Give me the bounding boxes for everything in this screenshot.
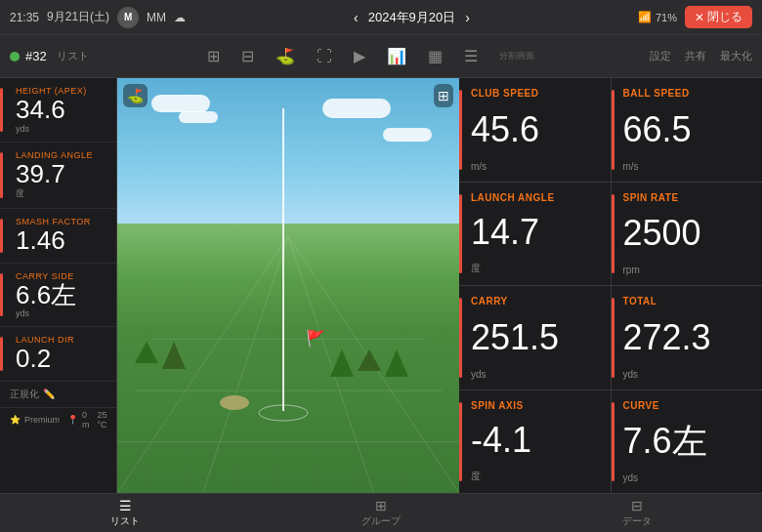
stat-card-2: LAUNCH ANGLE 14.7 度 xyxy=(459,183,611,286)
metric-value-1: 39.7 xyxy=(16,160,106,188)
time-display: 21:35 xyxy=(10,11,39,24)
bottom-tab-0[interactable]: ☰ リスト xyxy=(91,494,159,532)
next-date-icon[interactable]: › xyxy=(465,10,470,25)
stat-unit-2: 度 xyxy=(471,262,599,275)
stat-label-6: SPIN AXIS xyxy=(471,400,599,411)
main-content: HEIGHT (APEX) 34.6 yds LANDING ANGLE 39.… xyxy=(0,78,762,493)
stat-label-4: CARRY xyxy=(471,296,599,307)
temp-value: 25 °C xyxy=(98,410,107,430)
stat-unit-7: yds xyxy=(623,472,751,483)
tab-bar[interactable]: ▦ xyxy=(424,43,446,69)
normalization-row: 正規化 ✏️ xyxy=(0,382,116,408)
distance-value: 0 m xyxy=(82,410,90,430)
stat-card-6: SPIN AXIS -4.1 度 xyxy=(459,390,611,494)
course-view: 🚩 ⛳ ⊞ xyxy=(117,78,459,493)
tab-split-view[interactable]: ⊞ xyxy=(203,43,224,69)
metric-card-2: SMASH FACTOR 1.46 xyxy=(0,209,116,264)
stat-value-5: 272.3 xyxy=(623,320,751,355)
stat-unit-5: yds xyxy=(623,369,751,380)
maximize-link[interactable]: 最大化 xyxy=(720,49,752,63)
status-icons: 📶 71% xyxy=(638,11,677,23)
wifi-icon: 📶 xyxy=(638,11,652,23)
stat-label-0: CLUB SPEED xyxy=(471,88,599,99)
premium-label: Premium xyxy=(24,415,60,425)
battery-label: 71% xyxy=(656,12,677,23)
bottom-tab-icon-2: ⊟ xyxy=(631,498,643,513)
second-bar-right: 設定 共有 最大化 xyxy=(650,49,752,63)
stat-label-3: SPIN RATE xyxy=(623,192,751,203)
stat-card-7: CURVE 7.6左 yds xyxy=(612,390,763,494)
stat-label-7: CURVE xyxy=(623,400,751,411)
tab-play[interactable]: ▶ xyxy=(350,43,369,69)
tab-grid[interactable]: ⊟ xyxy=(237,43,258,69)
stat-card-5: TOTAL 272.3 yds xyxy=(612,286,763,389)
ball-trajectory xyxy=(117,99,459,472)
bottom-tab-icon-1: ⊞ xyxy=(375,498,387,513)
metric-unit-0: yds xyxy=(16,124,106,134)
shot-info: #32 リスト xyxy=(10,49,89,63)
left-panel: HEIGHT (APEX) 34.6 yds LANDING ANGLE 39.… xyxy=(0,78,117,493)
stat-card-0: CLUB SPEED 45.6 m/s xyxy=(459,78,611,182)
stat-value-0: 45.6 xyxy=(471,112,599,147)
top-bar-right: 📶 71% ✕ 閉じる xyxy=(638,6,752,28)
list-label[interactable]: リスト xyxy=(57,49,89,63)
tab-share[interactable]: ⛳ xyxy=(272,43,299,69)
bottom-tab-label-0: リスト xyxy=(110,514,140,528)
edit-icon[interactable]: ✏️ xyxy=(43,389,55,399)
close-x-icon: ✕ xyxy=(695,11,704,24)
tab-flag[interactable]: ⛶ xyxy=(313,44,336,69)
top-bar: 21:35 9月21日(土) M MM ☁ ‹ 2024年9月20日 › 📶 7… xyxy=(0,0,762,35)
metric-card-0: HEIGHT (APEX) 34.6 yds xyxy=(0,78,116,143)
stat-unit-6: 度 xyxy=(471,470,599,483)
tab-icons: ⊞ ⊟ ⛳ ⛶ ▶ 📊 ▦ ☰ 分割画面 xyxy=(203,43,534,69)
stat-card-4: CARRY 251.5 yds xyxy=(459,286,611,389)
distance-icon: 📍 xyxy=(67,415,78,425)
stat-card-3: SPIN RATE 2500 rpm xyxy=(612,183,763,286)
metric-unit-1: 度 xyxy=(16,187,106,200)
share-link[interactable]: 共有 xyxy=(685,49,706,63)
stat-unit-1: m/s xyxy=(623,161,751,172)
top-bar-center: ‹ 2024年9月20日 › xyxy=(354,9,470,26)
close-button[interactable]: ✕ 閉じる xyxy=(685,6,752,28)
stat-value-2: 14.7 xyxy=(471,215,599,250)
settings-link[interactable]: 設定 xyxy=(650,49,671,63)
stat-unit-0: m/s xyxy=(471,161,599,172)
stat-value-7: 7.6左 xyxy=(623,424,751,459)
bottom-tab-2[interactable]: ⊟ データ xyxy=(603,494,671,532)
metric-card-1: LANDING ANGLE 39.7 度 xyxy=(0,143,116,210)
stat-value-6: -4.1 xyxy=(471,423,599,458)
metric-value-2: 1.46 xyxy=(16,226,106,255)
prev-date-icon[interactable]: ‹ xyxy=(354,10,359,25)
cloud-icon: ☁ xyxy=(174,11,186,24)
second-bar: #32 リスト ⊞ ⊟ ⛳ ⛶ ▶ 📊 ▦ ☰ 分割画面 設定 共有 最大化 xyxy=(0,35,762,78)
bottom-tab-1[interactable]: ⊞ グループ xyxy=(342,494,420,532)
bottom-tab-label-2: データ xyxy=(622,514,652,528)
avatar[interactable]: M xyxy=(117,7,139,28)
course-background: 🚩 xyxy=(117,78,459,493)
tab-list[interactable]: ☰ xyxy=(460,43,482,69)
metric-value-4: 0.2 xyxy=(16,345,106,373)
metric-card-4: LAUNCH DIR 0.2 xyxy=(0,327,116,382)
shot-dot xyxy=(10,52,20,61)
username-label: MM xyxy=(147,11,166,24)
metric-card-3: CARRY SIDE 6.6左 yds xyxy=(0,264,116,328)
view-grid-button[interactable]: ⊞ xyxy=(434,84,453,107)
bottom-tab-icon-0: ☰ xyxy=(119,498,132,513)
stat-label-5: TOTAL xyxy=(623,296,751,307)
stat-label-1: BALL SPEED xyxy=(623,88,751,99)
date-nav-label: 2024年9月20日 xyxy=(368,9,456,26)
premium-badge: ⭐ Premium 📍 0 m 25 °C xyxy=(0,408,116,431)
right-panel: CLUB SPEED 45.6 m/s BALL SPEED 66.5 m/s … xyxy=(459,78,762,493)
premium-star-icon: ⭐ xyxy=(10,415,21,425)
top-bar-left: 21:35 9月21日(土) M MM ☁ xyxy=(10,7,186,28)
metric-unit-3: yds xyxy=(16,308,106,318)
stat-value-3: 2500 xyxy=(623,216,751,251)
bottom-tab-label-1: グループ xyxy=(361,514,401,528)
normalization-label: 正規化 xyxy=(10,388,39,401)
tab-chart[interactable]: 📊 xyxy=(383,43,410,69)
view-toggle-button[interactable]: ⛳ xyxy=(123,84,148,107)
bottom-bar: ☰ リスト ⊞ グループ ⊟ データ xyxy=(0,493,762,532)
stat-label-2: LAUNCH ANGLE xyxy=(471,192,599,203)
shot-number: #32 xyxy=(25,49,47,63)
metric-value-0: 34.6 xyxy=(16,96,106,124)
